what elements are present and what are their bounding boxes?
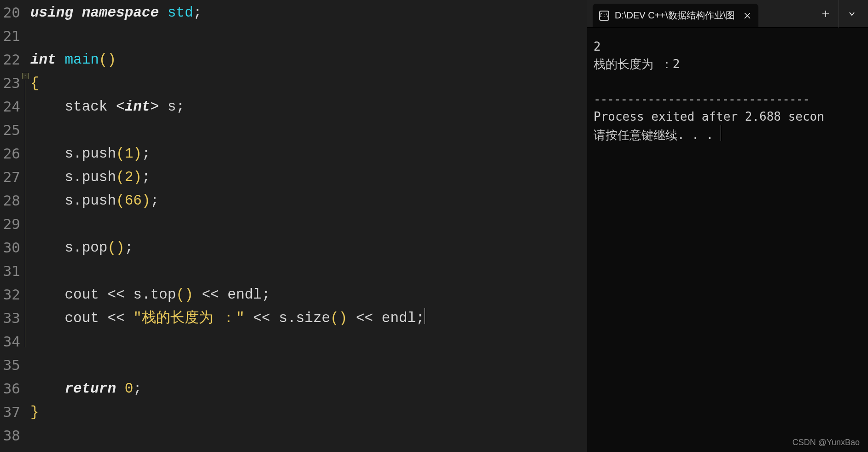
output-line: 2	[594, 40, 601, 53]
text-cursor	[425, 308, 425, 324]
code-area[interactable]: using namespace std; int main() { stack …	[30, 0, 587, 452]
terminal-output[interactable]: 2 栈的长度为 ：2 -----------------------------…	[587, 28, 868, 452]
watermark: CSDN @YunxBao	[792, 438, 860, 447]
separator-line: --------------------------------	[594, 92, 810, 106]
block-guide-line	[25, 80, 25, 347]
terminal-tab[interactable]: C:\ D:\DEV C++\数据结构作业\图	[593, 4, 758, 27]
new-tab-button[interactable]	[813, 0, 839, 28]
terminal-tab-title: D:\DEV C++\数据结构作业\图	[615, 9, 735, 22]
code-editor[interactable]: 20 21 22 23 24 25 26 27 28 29 30 31 32 3…	[0, 0, 587, 452]
terminal-actions	[813, 0, 868, 27]
output-line: 栈的长度为 ：2	[594, 57, 680, 71]
terminal-tab-icon: C:\	[599, 11, 609, 21]
tab-dropdown-button[interactable]	[839, 0, 864, 28]
terminal-window: C:\ D:\DEV C++\数据结构作业\图 2 栈的长度为 ：2 -----…	[587, 0, 868, 452]
fold-toggle-icon[interactable]: -	[22, 73, 29, 79]
line-number-gutter: 20 21 22 23 24 25 26 27 28 29 30 31 32 3…	[0, 0, 22, 452]
terminal-titlebar: C:\ D:\DEV C++\数据结构作业\图	[587, 0, 868, 28]
press-key-prompt: 请按任意键继续. . .	[594, 128, 721, 142]
close-tab-button[interactable]	[741, 9, 754, 22]
exit-status-line: Process exited after 2.688 secon	[594, 110, 824, 123]
terminal-cursor	[721, 125, 721, 141]
fold-column: -	[22, 0, 30, 452]
